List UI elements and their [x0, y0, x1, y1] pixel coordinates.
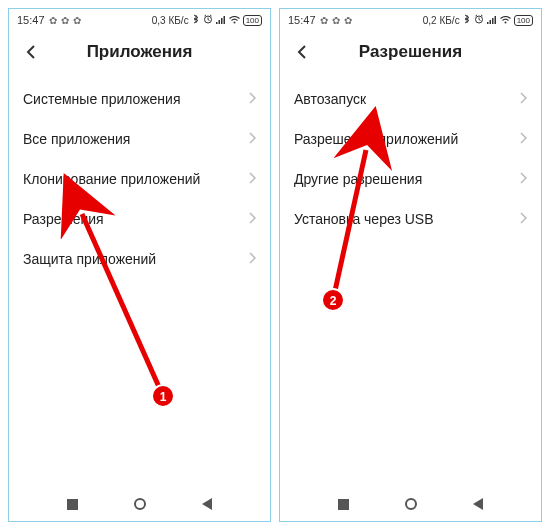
chevron-right-icon [248, 251, 256, 267]
svg-rect-4 [223, 16, 225, 24]
chevron-right-icon [248, 131, 256, 147]
gear-icon: ✿ [320, 15, 328, 26]
row-label: Защита приложений [23, 251, 156, 267]
settings-list: Системные приложения Все приложения Клон… [9, 79, 270, 487]
page-title: Приложения [9, 42, 270, 62]
alarm-icon [203, 14, 213, 26]
status-data-rate: 0,3 КБ/с [152, 15, 189, 26]
status-time: 15:47 [288, 14, 316, 26]
back-button[interactable] [19, 39, 45, 65]
status-time: 15:47 [17, 14, 45, 26]
gear-icon: ✿ [49, 15, 57, 26]
svg-rect-7 [487, 22, 489, 24]
signal-icon [487, 15, 497, 26]
android-navbar [9, 487, 270, 521]
settings-list: Автозапуск Разрешения приложений Другие … [280, 79, 541, 487]
android-navbar [280, 487, 541, 521]
bluetooth-icon [192, 14, 200, 26]
svg-point-11 [504, 21, 506, 23]
row-all-apps[interactable]: Все приложения [9, 119, 270, 159]
svg-rect-8 [489, 20, 491, 24]
svg-rect-1 [216, 22, 218, 24]
back-nav-button[interactable] [473, 498, 483, 510]
row-label: Установка через USB [294, 211, 434, 227]
status-bar: 15:47 ✿ ✿ ✿ 0,2 КБ/с 100 [280, 9, 541, 31]
recents-button[interactable] [67, 499, 78, 510]
gear-icon: ✿ [73, 15, 81, 26]
battery-icon: 100 [514, 15, 533, 26]
page-title: Разрешения [280, 42, 541, 62]
gear-icon: ✿ [61, 15, 69, 26]
svg-rect-9 [492, 18, 494, 24]
row-clone-apps[interactable]: Клонирование приложений [9, 159, 270, 199]
gear-icon: ✿ [332, 15, 340, 26]
bluetooth-icon [463, 14, 471, 26]
status-data-rate: 0,2 КБ/с [423, 15, 460, 26]
screen-permissions: 15:47 ✿ ✿ ✿ 0,2 КБ/с 100 Разрешения [279, 8, 542, 522]
chevron-right-icon [248, 211, 256, 227]
chevron-right-icon [519, 211, 527, 227]
chevron-right-icon [248, 171, 256, 187]
row-app-protection[interactable]: Защита приложений [9, 239, 270, 279]
header: Разрешения [280, 31, 541, 79]
chevron-left-icon [295, 44, 311, 60]
status-bar: 15:47 ✿ ✿ ✿ 0,3 КБ/с 100 [9, 9, 270, 31]
row-label: Разрешения [23, 211, 104, 227]
screen-applications: 15:47 ✿ ✿ ✿ 0,3 КБ/с 100 Приложения [8, 8, 271, 522]
row-other-permissions[interactable]: Другие разрешения [280, 159, 541, 199]
svg-rect-10 [494, 16, 496, 24]
row-app-permissions[interactable]: Разрешения приложений [280, 119, 541, 159]
chevron-right-icon [519, 91, 527, 107]
home-button[interactable] [405, 498, 417, 510]
back-button[interactable] [290, 39, 316, 65]
chevron-right-icon [519, 131, 527, 147]
back-nav-button[interactable] [202, 498, 212, 510]
row-system-apps[interactable]: Системные приложения [9, 79, 270, 119]
row-label: Все приложения [23, 131, 130, 147]
row-label: Клонирование приложений [23, 171, 200, 187]
battery-icon: 100 [243, 15, 262, 26]
chevron-left-icon [24, 44, 40, 60]
row-usb-install[interactable]: Установка через USB [280, 199, 541, 239]
wifi-icon [229, 15, 240, 26]
svg-rect-3 [221, 18, 223, 24]
svg-point-5 [233, 21, 235, 23]
alarm-icon [474, 14, 484, 26]
row-label: Системные приложения [23, 91, 181, 107]
recents-button[interactable] [338, 499, 349, 510]
row-autostart[interactable]: Автозапуск [280, 79, 541, 119]
chevron-right-icon [519, 171, 527, 187]
signal-icon [216, 15, 226, 26]
row-label: Разрешения приложений [294, 131, 458, 147]
header: Приложения [9, 31, 270, 79]
home-button[interactable] [134, 498, 146, 510]
row-label: Автозапуск [294, 91, 366, 107]
gear-icon: ✿ [344, 15, 352, 26]
svg-rect-2 [218, 20, 220, 24]
chevron-right-icon [248, 91, 256, 107]
row-permissions[interactable]: Разрешения [9, 199, 270, 239]
wifi-icon [500, 15, 511, 26]
row-label: Другие разрешения [294, 171, 422, 187]
